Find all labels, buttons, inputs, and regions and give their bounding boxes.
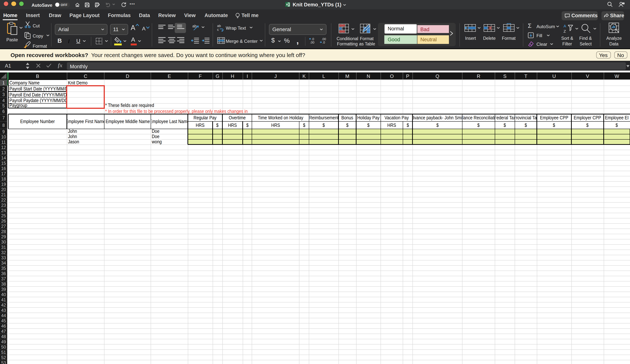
svg-text:ab: ab xyxy=(217,24,221,28)
svg-text:.0: .0 xyxy=(312,37,314,41)
svg-text:ab: ab xyxy=(192,24,196,28)
svg-text:c: c xyxy=(217,28,219,31)
svg-text:.00: .00 xyxy=(310,41,314,44)
svg-text:Z: Z xyxy=(564,29,566,33)
svg-text:A: A xyxy=(564,24,566,28)
svg-text:.00: .00 xyxy=(322,37,326,41)
svg-text:.0: .0 xyxy=(322,41,325,44)
